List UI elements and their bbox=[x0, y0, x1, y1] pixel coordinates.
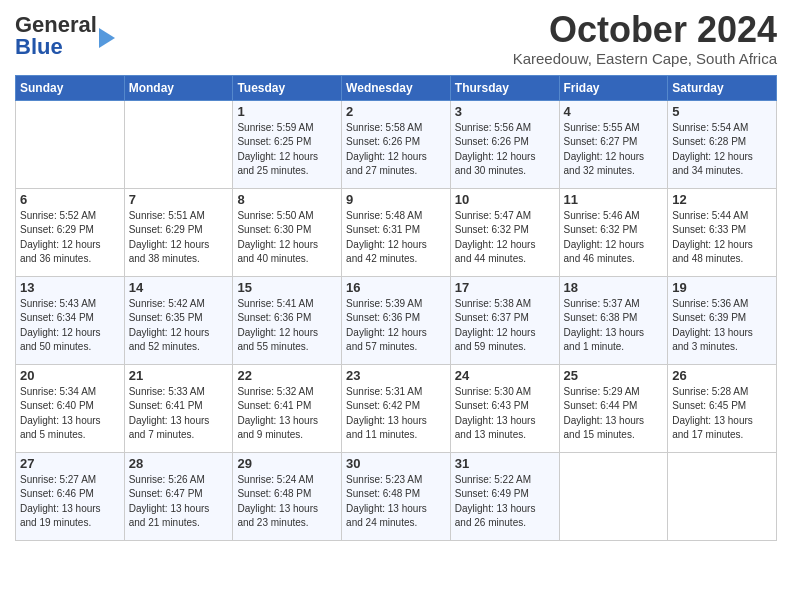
day-info: Sunrise: 5:52 AM Sunset: 6:29 PM Dayligh… bbox=[20, 209, 120, 267]
day-number: 26 bbox=[672, 368, 772, 383]
calendar-cell: 29Sunrise: 5:24 AM Sunset: 6:48 PM Dayli… bbox=[233, 452, 342, 540]
month-year-title: October 2024 bbox=[513, 10, 777, 50]
day-number: 5 bbox=[672, 104, 772, 119]
logo: General Blue bbox=[15, 14, 115, 58]
header: General Blue October 2024 Kareedouw, Eas… bbox=[15, 10, 777, 67]
day-number: 13 bbox=[20, 280, 120, 295]
day-info: Sunrise: 5:32 AM Sunset: 6:41 PM Dayligh… bbox=[237, 385, 337, 443]
day-info: Sunrise: 5:27 AM Sunset: 6:46 PM Dayligh… bbox=[20, 473, 120, 531]
calendar-cell: 2Sunrise: 5:58 AM Sunset: 6:26 PM Daylig… bbox=[342, 100, 451, 188]
calendar-cell: 28Sunrise: 5:26 AM Sunset: 6:47 PM Dayli… bbox=[124, 452, 233, 540]
calendar-cell: 13Sunrise: 5:43 AM Sunset: 6:34 PM Dayli… bbox=[16, 276, 125, 364]
title-area: October 2024 Kareedouw, Eastern Cape, So… bbox=[513, 10, 777, 67]
day-number: 14 bbox=[129, 280, 229, 295]
column-header-monday: Monday bbox=[124, 75, 233, 100]
day-number: 3 bbox=[455, 104, 555, 119]
day-number: 28 bbox=[129, 456, 229, 471]
day-info: Sunrise: 5:56 AM Sunset: 6:26 PM Dayligh… bbox=[455, 121, 555, 179]
day-info: Sunrise: 5:51 AM Sunset: 6:29 PM Dayligh… bbox=[129, 209, 229, 267]
day-info: Sunrise: 5:38 AM Sunset: 6:37 PM Dayligh… bbox=[455, 297, 555, 355]
calendar-cell bbox=[124, 100, 233, 188]
day-info: Sunrise: 5:55 AM Sunset: 6:27 PM Dayligh… bbox=[564, 121, 664, 179]
column-header-tuesday: Tuesday bbox=[233, 75, 342, 100]
calendar-cell: 12Sunrise: 5:44 AM Sunset: 6:33 PM Dayli… bbox=[668, 188, 777, 276]
calendar-cell: 5Sunrise: 5:54 AM Sunset: 6:28 PM Daylig… bbox=[668, 100, 777, 188]
day-info: Sunrise: 5:46 AM Sunset: 6:32 PM Dayligh… bbox=[564, 209, 664, 267]
day-number: 7 bbox=[129, 192, 229, 207]
day-number: 17 bbox=[455, 280, 555, 295]
day-info: Sunrise: 5:29 AM Sunset: 6:44 PM Dayligh… bbox=[564, 385, 664, 443]
calendar-table: SundayMondayTuesdayWednesdayThursdayFrid… bbox=[15, 75, 777, 541]
day-info: Sunrise: 5:22 AM Sunset: 6:49 PM Dayligh… bbox=[455, 473, 555, 531]
day-number: 9 bbox=[346, 192, 446, 207]
logo-blue: Blue bbox=[15, 34, 63, 59]
column-header-wednesday: Wednesday bbox=[342, 75, 451, 100]
calendar-cell: 22Sunrise: 5:32 AM Sunset: 6:41 PM Dayli… bbox=[233, 364, 342, 452]
calendar-cell: 20Sunrise: 5:34 AM Sunset: 6:40 PM Dayli… bbox=[16, 364, 125, 452]
day-info: Sunrise: 5:31 AM Sunset: 6:42 PM Dayligh… bbox=[346, 385, 446, 443]
day-number: 27 bbox=[20, 456, 120, 471]
calendar-cell bbox=[559, 452, 668, 540]
calendar-cell: 18Sunrise: 5:37 AM Sunset: 6:38 PM Dayli… bbox=[559, 276, 668, 364]
calendar-cell: 26Sunrise: 5:28 AM Sunset: 6:45 PM Dayli… bbox=[668, 364, 777, 452]
day-number: 12 bbox=[672, 192, 772, 207]
calendar-week-row: 27Sunrise: 5:27 AM Sunset: 6:46 PM Dayli… bbox=[16, 452, 777, 540]
day-info: Sunrise: 5:30 AM Sunset: 6:43 PM Dayligh… bbox=[455, 385, 555, 443]
column-header-thursday: Thursday bbox=[450, 75, 559, 100]
day-number: 15 bbox=[237, 280, 337, 295]
calendar-cell: 14Sunrise: 5:42 AM Sunset: 6:35 PM Dayli… bbox=[124, 276, 233, 364]
day-number: 10 bbox=[455, 192, 555, 207]
calendar-cell: 31Sunrise: 5:22 AM Sunset: 6:49 PM Dayli… bbox=[450, 452, 559, 540]
day-number: 6 bbox=[20, 192, 120, 207]
calendar-cell: 9Sunrise: 5:48 AM Sunset: 6:31 PM Daylig… bbox=[342, 188, 451, 276]
calendar-cell: 16Sunrise: 5:39 AM Sunset: 6:36 PM Dayli… bbox=[342, 276, 451, 364]
day-info: Sunrise: 5:26 AM Sunset: 6:47 PM Dayligh… bbox=[129, 473, 229, 531]
day-info: Sunrise: 5:41 AM Sunset: 6:36 PM Dayligh… bbox=[237, 297, 337, 355]
day-number: 23 bbox=[346, 368, 446, 383]
day-info: Sunrise: 5:59 AM Sunset: 6:25 PM Dayligh… bbox=[237, 121, 337, 179]
day-info: Sunrise: 5:58 AM Sunset: 6:26 PM Dayligh… bbox=[346, 121, 446, 179]
calendar-week-row: 1Sunrise: 5:59 AM Sunset: 6:25 PM Daylig… bbox=[16, 100, 777, 188]
calendar-cell: 6Sunrise: 5:52 AM Sunset: 6:29 PM Daylig… bbox=[16, 188, 125, 276]
day-number: 11 bbox=[564, 192, 664, 207]
day-info: Sunrise: 5:37 AM Sunset: 6:38 PM Dayligh… bbox=[564, 297, 664, 355]
calendar-cell: 4Sunrise: 5:55 AM Sunset: 6:27 PM Daylig… bbox=[559, 100, 668, 188]
calendar-cell: 25Sunrise: 5:29 AM Sunset: 6:44 PM Dayli… bbox=[559, 364, 668, 452]
day-info: Sunrise: 5:44 AM Sunset: 6:33 PM Dayligh… bbox=[672, 209, 772, 267]
calendar-cell bbox=[668, 452, 777, 540]
calendar-cell: 17Sunrise: 5:38 AM Sunset: 6:37 PM Dayli… bbox=[450, 276, 559, 364]
calendar-cell: 23Sunrise: 5:31 AM Sunset: 6:42 PM Dayli… bbox=[342, 364, 451, 452]
day-number: 8 bbox=[237, 192, 337, 207]
calendar-cell: 24Sunrise: 5:30 AM Sunset: 6:43 PM Dayli… bbox=[450, 364, 559, 452]
column-header-friday: Friday bbox=[559, 75, 668, 100]
calendar-week-row: 20Sunrise: 5:34 AM Sunset: 6:40 PM Dayli… bbox=[16, 364, 777, 452]
calendar-cell: 19Sunrise: 5:36 AM Sunset: 6:39 PM Dayli… bbox=[668, 276, 777, 364]
day-number: 1 bbox=[237, 104, 337, 119]
day-info: Sunrise: 5:48 AM Sunset: 6:31 PM Dayligh… bbox=[346, 209, 446, 267]
day-number: 21 bbox=[129, 368, 229, 383]
day-info: Sunrise: 5:47 AM Sunset: 6:32 PM Dayligh… bbox=[455, 209, 555, 267]
column-header-sunday: Sunday bbox=[16, 75, 125, 100]
logo-arrow-icon bbox=[99, 28, 115, 48]
day-number: 25 bbox=[564, 368, 664, 383]
logo-text: General Blue bbox=[15, 14, 97, 58]
day-info: Sunrise: 5:24 AM Sunset: 6:48 PM Dayligh… bbox=[237, 473, 337, 531]
day-number: 18 bbox=[564, 280, 664, 295]
calendar-week-row: 13Sunrise: 5:43 AM Sunset: 6:34 PM Dayli… bbox=[16, 276, 777, 364]
day-number: 16 bbox=[346, 280, 446, 295]
day-number: 30 bbox=[346, 456, 446, 471]
page: General Blue October 2024 Kareedouw, Eas… bbox=[0, 0, 792, 556]
calendar-cell bbox=[16, 100, 125, 188]
calendar-cell: 1Sunrise: 5:59 AM Sunset: 6:25 PM Daylig… bbox=[233, 100, 342, 188]
day-number: 22 bbox=[237, 368, 337, 383]
day-info: Sunrise: 5:42 AM Sunset: 6:35 PM Dayligh… bbox=[129, 297, 229, 355]
location-subtitle: Kareedouw, Eastern Cape, South Africa bbox=[513, 50, 777, 67]
calendar-cell: 21Sunrise: 5:33 AM Sunset: 6:41 PM Dayli… bbox=[124, 364, 233, 452]
day-info: Sunrise: 5:23 AM Sunset: 6:48 PM Dayligh… bbox=[346, 473, 446, 531]
day-info: Sunrise: 5:34 AM Sunset: 6:40 PM Dayligh… bbox=[20, 385, 120, 443]
calendar-cell: 3Sunrise: 5:56 AM Sunset: 6:26 PM Daylig… bbox=[450, 100, 559, 188]
day-info: Sunrise: 5:43 AM Sunset: 6:34 PM Dayligh… bbox=[20, 297, 120, 355]
column-header-saturday: Saturday bbox=[668, 75, 777, 100]
calendar-cell: 11Sunrise: 5:46 AM Sunset: 6:32 PM Dayli… bbox=[559, 188, 668, 276]
day-info: Sunrise: 5:33 AM Sunset: 6:41 PM Dayligh… bbox=[129, 385, 229, 443]
